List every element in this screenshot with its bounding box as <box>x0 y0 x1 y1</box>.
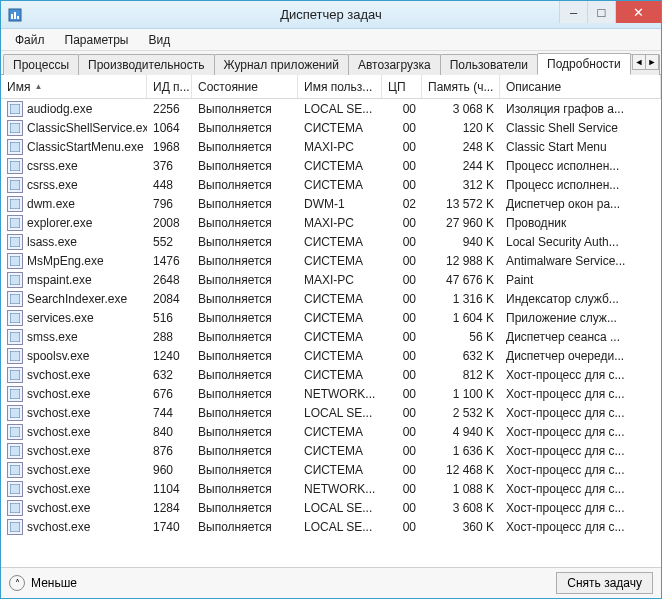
svg-rect-10 <box>10 218 20 228</box>
cell-desc: Хост-процесс для с... <box>500 498 661 517</box>
cell-mem: 3 068 K <box>422 99 500 118</box>
maximize-button[interactable]: □ <box>587 1 615 23</box>
cell-user: LOCAL SE... <box>298 498 382 517</box>
cell-user: MAXI-PC <box>298 137 382 156</box>
table-row[interactable]: svchost.exe840ВыполняетсяСИСТЕМА004 940 … <box>1 422 661 441</box>
tab-scroll-left[interactable]: ◄ <box>632 54 646 70</box>
table-row[interactable]: ClassicShellService.exe1064ВыполняетсяСИ… <box>1 118 661 137</box>
cell-pid: 1968 <box>147 137 192 156</box>
column-header-mem[interactable]: Память (ч... <box>422 75 500 98</box>
svg-rect-11 <box>10 237 20 247</box>
app-icon <box>7 177 23 193</box>
column-header-cpu[interactable]: ЦП <box>382 75 422 98</box>
cell-name: SearchIndexer.exe <box>1 289 147 308</box>
table-row[interactable]: mspaint.exe2648ВыполняетсяMAXI-PC0047 67… <box>1 270 661 289</box>
column-header-name[interactable]: Имя▲ <box>1 75 147 98</box>
column-header-pid[interactable]: ИД п... <box>147 75 192 98</box>
table-header: Имя▲ИД п...СостояниеИмя польз...ЦППамять… <box>1 75 661 99</box>
table-row[interactable]: svchost.exe632ВыполняетсяСИСТЕМА00812 KХ… <box>1 365 661 384</box>
cell-cpu: 00 <box>382 346 422 365</box>
process-name: svchost.exe <box>27 482 90 496</box>
cell-state: Выполняется <box>192 327 298 346</box>
svg-rect-9 <box>10 199 20 209</box>
table-row[interactable]: svchost.exe1284ВыполняетсяLOCAL SE...003… <box>1 498 661 517</box>
process-name: svchost.exe <box>27 425 90 439</box>
titlebar[interactable]: Диспетчер задач – □ ✕ <box>1 1 661 29</box>
app-icon <box>7 386 23 402</box>
cell-cpu: 00 <box>382 118 422 137</box>
cell-state: Выполняется <box>192 213 298 232</box>
cell-user: NETWORK... <box>298 479 382 498</box>
fewer-details-button[interactable]: ˄ Меньше <box>9 575 77 591</box>
table-row[interactable]: services.exe516ВыполняетсяСИСТЕМА001 604… <box>1 308 661 327</box>
cell-pid: 516 <box>147 308 192 327</box>
table-row[interactable]: svchost.exe876ВыполняетсяСИСТЕМА001 636 … <box>1 441 661 460</box>
cell-mem: 27 960 K <box>422 213 500 232</box>
svg-rect-19 <box>10 389 20 399</box>
cell-pid: 676 <box>147 384 192 403</box>
tab-performance[interactable]: Производительность <box>78 54 214 75</box>
table-row[interactable]: ClassicStartMenu.exe1968ВыполняетсяMAXI-… <box>1 137 661 156</box>
tab-details[interactable]: Подробности <box>537 53 631 75</box>
table-row[interactable]: svchost.exe744ВыполняетсяLOCAL SE...002 … <box>1 403 661 422</box>
svg-rect-20 <box>10 408 20 418</box>
cell-state: Выполняется <box>192 460 298 479</box>
cell-name: dwm.exe <box>1 194 147 213</box>
table-row[interactable]: svchost.exe1104ВыполняетсяNETWORK...001 … <box>1 479 661 498</box>
table-row[interactable]: SearchIndexer.exe2084ВыполняетсяСИСТЕМА0… <box>1 289 661 308</box>
table-row[interactable]: svchost.exe1740ВыполняетсяLOCAL SE...003… <box>1 517 661 536</box>
cell-name: ClassicStartMenu.exe <box>1 137 147 156</box>
menu-view[interactable]: Вид <box>138 31 180 49</box>
table-body[interactable]: audiodg.exe2256ВыполняетсяLOCAL SE...003… <box>1 99 661 566</box>
tab-scroll-right[interactable]: ► <box>645 54 659 70</box>
close-button[interactable]: ✕ <box>615 1 661 23</box>
process-name: ClassicStartMenu.exe <box>27 140 144 154</box>
cell-name: audiodg.exe <box>1 99 147 118</box>
table-row[interactable]: audiodg.exe2256ВыполняетсяLOCAL SE...003… <box>1 99 661 118</box>
minimize-button[interactable]: – <box>559 1 587 23</box>
table-row[interactable]: svchost.exe676ВыполняетсяNETWORK...001 1… <box>1 384 661 403</box>
menu-file[interactable]: Файл <box>5 31 55 49</box>
cell-desc: Индекcатор служб... <box>500 289 661 308</box>
cell-mem: 56 K <box>422 327 500 346</box>
cell-user: СИСТЕМА <box>298 365 382 384</box>
tab-app-history[interactable]: Журнал приложений <box>214 54 349 75</box>
cell-mem: 1 604 K <box>422 308 500 327</box>
process-name: dwm.exe <box>27 197 75 211</box>
table-row[interactable]: spoolsv.exe1240ВыполняетсяСИСТЕМА00632 K… <box>1 346 661 365</box>
column-header-state[interactable]: Состояние <box>192 75 298 98</box>
cell-pid: 1740 <box>147 517 192 536</box>
tab-startup[interactable]: Автозагрузка <box>348 54 441 75</box>
cell-mem: 244 K <box>422 156 500 175</box>
cell-user: СИСТЕМА <box>298 232 382 251</box>
table-row[interactable]: csrss.exe448ВыполняетсяСИСТЕМА00312 KПро… <box>1 175 661 194</box>
tab-users[interactable]: Пользователи <box>440 54 538 75</box>
table-row[interactable]: smss.exe288ВыполняетсяСИСТЕМА0056 KДиспе… <box>1 327 661 346</box>
menu-options[interactable]: Параметры <box>55 31 139 49</box>
column-header-user[interactable]: Имя польз... <box>298 75 382 98</box>
svg-rect-18 <box>10 370 20 380</box>
cell-cpu: 00 <box>382 175 422 194</box>
cell-mem: 248 K <box>422 137 500 156</box>
table-row[interactable]: MsMpEng.exe1476ВыполняетсяСИСТЕМА0012 98… <box>1 251 661 270</box>
cell-desc: Диспетчер очереди... <box>500 346 661 365</box>
table-row[interactable]: explorer.exe2008ВыполняетсяMAXI-PC0027 9… <box>1 213 661 232</box>
process-name: svchost.exe <box>27 520 90 534</box>
cell-mem: 12 468 K <box>422 460 500 479</box>
cell-cpu: 00 <box>382 270 422 289</box>
cell-user: DWM-1 <box>298 194 382 213</box>
table-row[interactable]: csrss.exe376ВыполняетсяСИСТЕМА00244 KПро… <box>1 156 661 175</box>
cell-cpu: 00 <box>382 422 422 441</box>
cell-mem: 47 676 K <box>422 270 500 289</box>
process-table: Имя▲ИД п...СостояниеИмя польз...ЦППамять… <box>1 75 661 567</box>
cell-state: Выполняется <box>192 99 298 118</box>
tab-processes[interactable]: Процессы <box>3 54 79 75</box>
cell-state: Выполняется <box>192 194 298 213</box>
table-row[interactable]: dwm.exe796ВыполняетсяDWM-10213 572 KДисп… <box>1 194 661 213</box>
column-header-desc[interactable]: Описание <box>500 75 661 98</box>
table-row[interactable]: svchost.exe960ВыполняетсяСИСТЕМА0012 468… <box>1 460 661 479</box>
cell-state: Выполняется <box>192 479 298 498</box>
end-task-button[interactable]: Снять задачу <box>556 572 653 594</box>
cell-name: ClassicShellService.exe <box>1 118 147 137</box>
table-row[interactable]: lsass.exe552ВыполняетсяСИСТЕМА00940 KLoc… <box>1 232 661 251</box>
